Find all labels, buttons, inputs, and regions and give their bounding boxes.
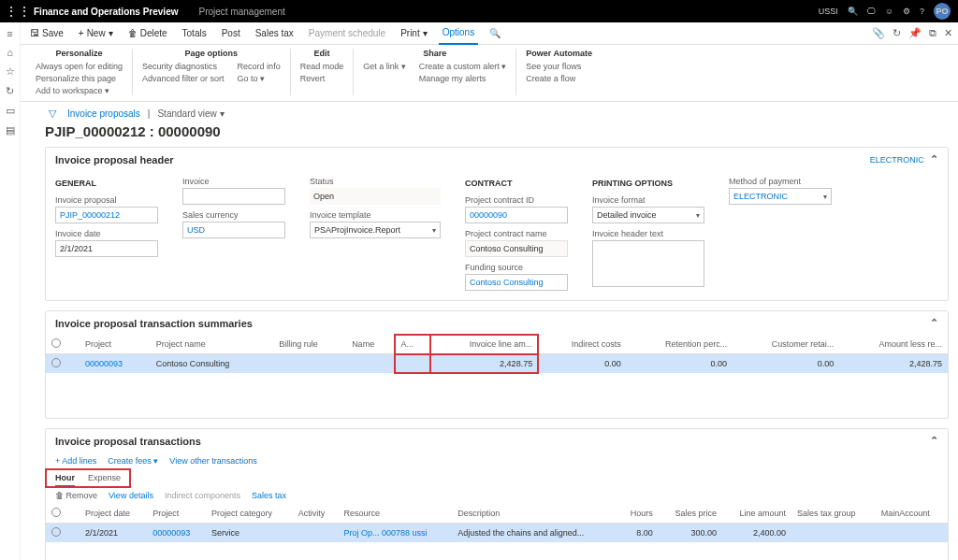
monitor-icon[interactable]: 🖵 [867,7,876,16]
attach-icon[interactable]: 📎 [872,27,885,39]
ribbon-group-share: Share Get a link ▾ Create a custom alert… [354,49,516,95]
breadcrumb: ▽ Invoice proposals | Standard view ▾ [45,106,949,122]
table-row[interactable]: 00000093 Contoso Consulting 2,428.75 0.0… [46,354,948,374]
gear-icon[interactable]: ⚙ [903,7,910,16]
tab-hour[interactable]: Hour [55,473,75,487]
breadcrumb-invoice-proposals[interactable]: Invoice proposals [67,108,140,119]
add-lines-button[interactable]: + Add lines [55,456,96,466]
project-contract-id-field[interactable]: 00000090 [465,207,568,223]
tab-expense[interactable]: Expense [88,473,121,487]
filter-icon[interactable]: ▽ [45,106,60,122]
search-icon[interactable]: 🔍 [848,7,858,16]
menu-icon[interactable]: ≡ [7,28,12,39]
new-button[interactable]: + New ▾ [75,28,117,38]
options-ribbon: Personalize Always open for editing Pers… [21,45,958,102]
method-of-payment-select[interactable]: ELECTRONIC [729,188,832,205]
create-fees-button[interactable]: Create fees ▾ [108,456,158,466]
history-icon[interactable]: ↻ [6,85,14,97]
brand-title: Finance and Operations Preview [22,7,190,17]
transactions-grid: Project date Project Project category Ac… [46,504,948,542]
add-to-workspace[interactable]: Add to workspace ▾ [36,86,123,95]
go-to[interactable]: Go to ▾ [238,74,281,83]
invoice-field[interactable] [182,188,285,205]
select-all-radio[interactable] [51,508,61,517]
salestax-button[interactable]: Sales tax [252,28,298,38]
smile-icon[interactable]: ☺ [885,7,893,16]
totals-button[interactable]: Totals [179,28,210,38]
print-button[interactable]: Print ▾ [397,28,431,38]
personalize-page[interactable]: Personalize this page [36,74,123,83]
status-field: Open [310,188,441,205]
section-invoice-proposal-header: Invoice proposal header ELECTRONIC ⌃ GEN… [45,147,949,301]
revert[interactable]: Revert [300,74,344,83]
command-bar: 🖫 Save + New ▾ 🗑 Delete Totals Post Sale… [21,22,958,45]
electronic-link[interactable]: ELECTRONIC [870,155,924,165]
view-details-button[interactable]: View details [109,491,153,500]
chevron-up-icon[interactable]: ⌃ [930,317,938,329]
chevron-up-icon[interactable]: ⌃ [930,153,938,165]
invoice-date-field[interactable]: 2/1/2021 [55,240,158,257]
view-selector[interactable]: Standard view ▾ [157,108,224,119]
ribbon-group-edit: Edit Read mode Revert [291,49,355,95]
options-tab[interactable]: Options [439,22,478,45]
invoice-format-select[interactable]: Detailed invoice [592,207,704,223]
search-cmd-icon[interactable]: 🔍 [486,28,504,38]
post-button[interactable]: Post [218,28,244,38]
workspace-icon[interactable]: ▭ [6,105,15,117]
pin-icon[interactable]: 📌 [908,27,922,39]
get-a-link[interactable]: Get a link ▾ [363,62,406,71]
module-title[interactable]: Project management [190,7,295,17]
module-icon[interactable]: ▤ [6,124,15,136]
security-diagnostics[interactable]: Security diagnostics [142,62,225,71]
section-transaction-summaries: Invoice proposal transaction summaries⌃ … [45,310,949,419]
ribbon-collapse-icon[interactable]: ⌃ [936,102,945,103]
star-icon[interactable]: ☆ [6,65,15,78]
help-icon[interactable]: ? [920,7,924,16]
record-info[interactable]: Record info [238,62,281,71]
create-a-flow[interactable]: Create a flow [526,74,592,83]
section-invoice-proposal-transactions: Invoice proposal transactions⌃ + Add lin… [45,428,949,560]
sales-tax-link[interactable]: Sales tax [252,491,286,500]
funding-source-field[interactable]: Contoso Consulting [465,274,568,291]
avatar[interactable]: PO [934,3,951,20]
invoice-header-text[interactable] [592,240,704,287]
refresh-icon[interactable]: ↻ [893,27,901,39]
read-mode[interactable]: Read mode [300,62,344,71]
create-custom-alert[interactable]: Create a custom alert ▾ [419,62,507,71]
view-other-transactions[interactable]: View other transactions [169,456,256,466]
remove-button[interactable]: 🗑 Remove [55,491,97,500]
left-navbar: ≡ ⌂ ☆ ↻ ▭ ▤ [0,22,21,560]
popout-icon[interactable]: ⧉ [929,27,936,39]
ribbon-group-power-automate: Power Automate See your flows Create a f… [516,49,602,95]
page-title: PJIP_00000212 : 00000090 [45,123,949,139]
invoice-template-select[interactable]: PSAProjInvoice.Report [310,222,441,238]
delete-button[interactable]: 🗑 Delete [124,28,171,38]
chevron-up-icon[interactable]: ⌃ [930,435,938,447]
advanced-filter[interactable]: Advanced filter or sort [142,74,225,83]
see-your-flows[interactable]: See your flows [526,62,592,71]
table-row[interactable]: 2/1/2021 00000093 Service Proj Op... 000… [46,524,948,543]
always-open-editing[interactable]: Always open for editing [36,62,123,71]
sales-currency-field[interactable]: USD [182,222,285,238]
invoice-proposal-field[interactable]: PJIP_00000212 [55,207,158,223]
summary-grid: Project Project name Billing rule Name A… [46,335,948,373]
section-title: Invoice proposal header [55,154,174,165]
project-contract-name-field: Contoso Consulting [465,240,568,257]
select-all-radio[interactable] [51,338,61,348]
indirect-components: Indirect components [165,491,240,500]
save-button[interactable]: 🖫 Save [26,28,67,38]
ribbon-group-page-options: Page options Security diagnostics Advanc… [133,49,291,95]
global-header: ⋮⋮⋮ Finance and Operations Preview Proje… [0,0,958,22]
close-icon[interactable]: ✕ [944,27,952,39]
payment-schedule-button: Payment schedule [305,28,389,38]
ribbon-group-personalize: Personalize Always open for editing Pers… [26,49,133,95]
waffle-icon[interactable]: ⋮⋮⋮ [0,0,22,22]
home-icon[interactable]: ⌂ [7,47,13,58]
manage-my-alerts[interactable]: Manage my alerts [419,74,507,83]
company-code[interactable]: USSI [819,7,838,16]
